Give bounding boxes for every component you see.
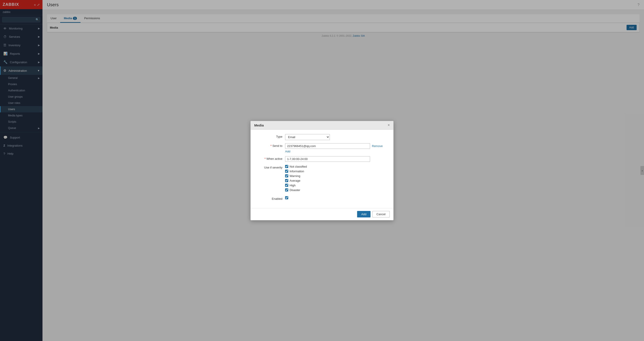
severity-disaster-checkbox[interactable] xyxy=(285,188,288,192)
enabled-label: Enabled xyxy=(256,196,285,200)
modal-cancel-button[interactable]: Cancel xyxy=(372,211,390,217)
severity-high-checkbox[interactable] xyxy=(285,184,288,187)
enabled-field xyxy=(285,196,388,200)
type-field: Email SMS Slack PagerDuty xyxy=(285,134,388,140)
when-active-field xyxy=(285,156,388,162)
severity-warning-checkbox[interactable] xyxy=(285,174,288,177)
media-modal: Media × Type Email SMS Slack PagerDuty S… xyxy=(250,121,394,220)
severity-not-classified-checkbox[interactable] xyxy=(285,165,288,168)
modal-footer: Add Cancel xyxy=(251,208,393,220)
severity-average: Average xyxy=(285,179,388,182)
when-active-label: When active xyxy=(256,156,285,160)
modal-title: Media xyxy=(254,123,264,127)
when-active-row: When active xyxy=(256,156,388,162)
severity-warning-label: Warning xyxy=(290,174,300,178)
modal-close-button[interactable]: × xyxy=(388,123,390,127)
when-active-input[interactable] xyxy=(285,156,370,162)
severity-field: Not classified Information Warning Avera… xyxy=(285,165,388,193)
type-label: Type xyxy=(256,134,285,138)
modal-add-button[interactable]: Add xyxy=(357,211,370,217)
severity-warning: Warning xyxy=(285,174,388,178)
add-recipient-row: Add xyxy=(285,150,388,153)
send-to-field: Remove Add xyxy=(285,143,388,153)
severity-not-classified-label: Not classified xyxy=(290,165,307,168)
severity-information-label: Information xyxy=(290,170,304,173)
severity-information: Information xyxy=(285,170,388,173)
send-to-row: Send to Remove Add xyxy=(256,143,388,153)
enabled-checkbox[interactable] xyxy=(285,196,288,199)
severity-disaster: Disaster xyxy=(285,188,388,192)
type-row: Type Email SMS Slack PagerDuty xyxy=(256,134,388,140)
modal-body: Type Email SMS Slack PagerDuty Send to xyxy=(251,130,393,208)
send-to-input[interactable] xyxy=(285,143,370,149)
type-select[interactable]: Email SMS Slack PagerDuty xyxy=(285,134,330,140)
severity-not-classified: Not classified xyxy=(285,165,388,168)
severity-information-checkbox[interactable] xyxy=(285,170,288,173)
severity-high-label: High xyxy=(290,184,296,187)
severity-average-checkbox[interactable] xyxy=(285,179,288,182)
severity-disaster-label: Disaster xyxy=(290,188,300,192)
severity-row: Use if severity Not classified Informati… xyxy=(256,165,388,193)
severity-label: Use if severity xyxy=(256,165,285,169)
modal-overlay: Media × Type Email SMS Slack PagerDuty S… xyxy=(0,0,644,341)
enabled-row: Enabled xyxy=(256,196,388,200)
severity-high: High xyxy=(285,184,388,187)
severity-average-label: Average xyxy=(290,179,300,182)
remove-button[interactable]: Remove xyxy=(372,144,382,148)
send-to-input-row: Remove xyxy=(285,143,388,149)
add-recipient-button[interactable]: Add xyxy=(285,150,290,153)
send-to-label: Send to xyxy=(256,143,285,147)
modal-header: Media × xyxy=(251,121,393,130)
